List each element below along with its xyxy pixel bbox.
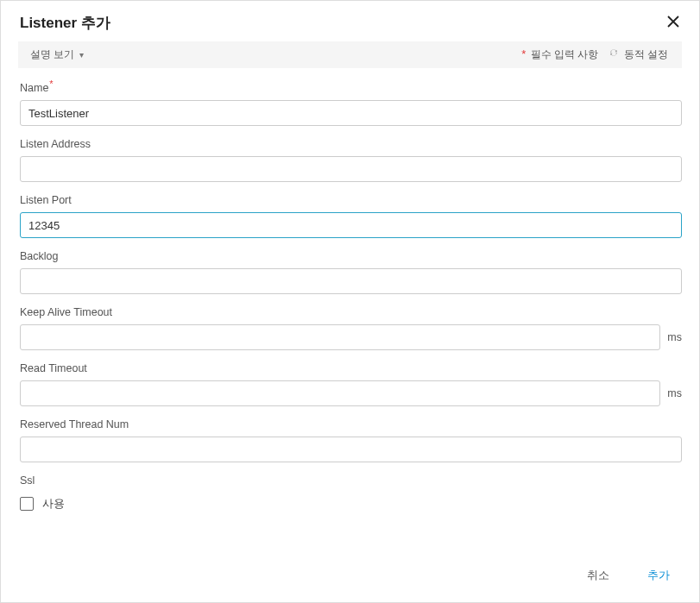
field-listen-address: Listen Address	[20, 138, 682, 182]
required-asterisk-icon: *	[49, 79, 53, 89]
backlog-input[interactable]	[20, 268, 682, 294]
form-body: Name* Listen Address Listen Port Backlog…	[1, 68, 699, 552]
field-name: Name*	[20, 79, 682, 126]
modal-footer: 취소 추가	[1, 552, 699, 602]
close-icon[interactable]	[665, 13, 682, 33]
name-input[interactable]	[20, 100, 682, 126]
keep-alive-timeout-input[interactable]	[20, 324, 660, 350]
modal-title: Listener 추가	[20, 13, 110, 33]
add-listener-modal: Listener 추가 설명 보기 ▾ * 필수 입력 사항 동적 설정	[0, 0, 700, 603]
field-keep-alive-timeout: Keep Alive Timeout ms	[20, 306, 682, 350]
field-backlog: Backlog	[20, 250, 682, 294]
legend: * 필수 입력 사항 동적 설정	[521, 47, 668, 62]
view-description-label: 설명 보기	[30, 47, 74, 62]
backlog-label: Backlog	[20, 250, 682, 262]
listen-address-input[interactable]	[20, 156, 682, 182]
required-legend: * 필수 입력 사항	[521, 47, 598, 62]
name-label: Name*	[20, 79, 682, 94]
chevron-down-icon: ▾	[79, 50, 84, 60]
field-read-timeout: Read Timeout ms	[20, 362, 682, 406]
submit-button[interactable]: 추가	[642, 564, 675, 587]
keep-alive-timeout-label: Keep Alive Timeout	[20, 306, 682, 318]
refresh-icon	[609, 47, 619, 58]
listen-port-label: Listen Port	[20, 194, 682, 206]
read-timeout-unit: ms	[667, 387, 682, 399]
info-bar: 설명 보기 ▾ * 필수 입력 사항 동적 설정	[18, 41, 682, 68]
ssl-checkbox-label: 사용	[42, 496, 65, 512]
read-timeout-input[interactable]	[20, 380, 660, 406]
keep-alive-timeout-unit: ms	[667, 331, 682, 343]
modal-header: Listener 추가	[1, 1, 699, 41]
field-listen-port: Listen Port	[20, 194, 682, 238]
cancel-button[interactable]: 취소	[582, 564, 615, 587]
reserved-thread-num-input[interactable]	[20, 437, 682, 462]
field-ssl: Ssl 사용	[20, 474, 682, 512]
read-timeout-label: Read Timeout	[20, 362, 682, 374]
ssl-checkbox[interactable]	[20, 497, 34, 511]
dynamic-legend: 동적 설정	[609, 47, 668, 62]
ssl-label: Ssl	[20, 474, 682, 487]
field-reserved-thread-num: Reserved Thread Num	[20, 418, 682, 462]
reserved-thread-num-label: Reserved Thread Num	[20, 418, 682, 430]
asterisk-icon: *	[521, 47, 526, 60]
listen-port-input[interactable]	[20, 212, 682, 238]
view-description-toggle[interactable]: 설명 보기 ▾	[30, 47, 84, 62]
listen-address-label: Listen Address	[20, 138, 682, 150]
